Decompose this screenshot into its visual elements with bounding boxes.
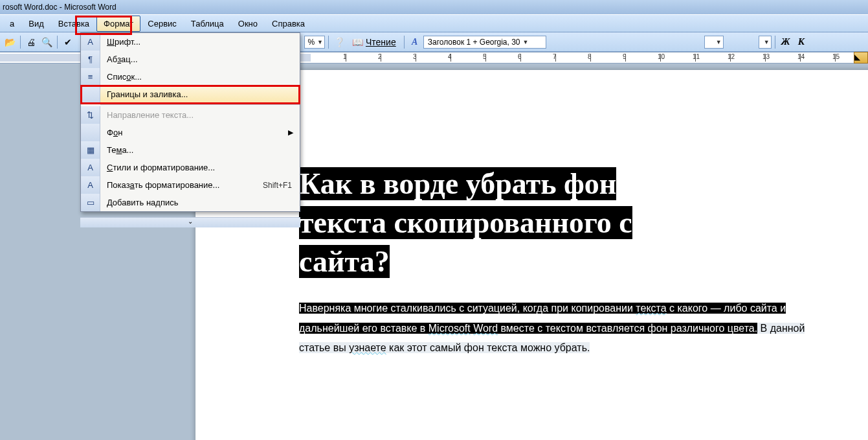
menu-item-9[interactable]: AПоказать форматирование...Shift+F1 <box>81 176 300 194</box>
menu-item-label: Границы и заливка... <box>100 89 299 99</box>
theme-icon: ▦ <box>81 141 100 159</box>
menu-item-3[interactable]: Границы и заливка... <box>81 86 300 103</box>
reading-button[interactable]: 📖 Чтение <box>348 35 401 49</box>
menu-item-label: Направление текста... <box>100 110 300 120</box>
menu-item-10[interactable]: ▭Добавить надпись <box>81 194 300 211</box>
menu-item-label: Список... <box>100 72 300 82</box>
font-icon: A <box>81 33 100 51</box>
zoom-combo[interactable]: %▼ <box>304 36 325 49</box>
format-menu-dropdown: AШрифт...¶Абзац...≡Список...Границы и за… <box>80 32 300 212</box>
window-title: rosoft Word.doc - Microsoft Word <box>3 3 117 12</box>
menu-table[interactable]: Таблица <box>184 16 231 32</box>
menu-item-label: Тема... <box>100 145 300 155</box>
menu-item-2[interactable]: ≡Список... <box>81 68 300 86</box>
menu-shortcut: Shift+F1 <box>263 181 300 190</box>
menu-item-label: Абзац... <box>100 54 300 64</box>
print-icon[interactable]: 🖨 <box>24 35 38 49</box>
document-paragraph[interactable]: Наверняка многие сталкивались с ситуацие… <box>299 299 849 358</box>
list-icon: ≡ <box>81 68 100 86</box>
menu-icon <box>81 124 100 141</box>
document-heading[interactable]: Как в ворде убрать фон текста скопирован… <box>299 165 849 281</box>
open-icon[interactable]: 📂 <box>3 35 17 49</box>
window-titlebar: rosoft Word.doc - Microsoft Word <box>0 0 868 14</box>
text-direction-icon: ⇅ <box>81 106 100 124</box>
textbox-icon: ▭ <box>81 194 100 211</box>
menu-view[interactable]: Вид <box>21 16 51 32</box>
submenu-arrow-icon: ▶ <box>288 128 300 137</box>
menu-file-partial[interactable]: а <box>3 16 21 32</box>
paragraph-icon: ¶ <box>81 51 100 68</box>
style-combo[interactable]: Заголовок 1 + Georgia, 30▼ <box>423 36 546 49</box>
menubar: а Вид Вставка Формат Сервис Таблица Окно… <box>0 14 868 32</box>
menu-item-label: Показать форматирование... <box>100 180 263 190</box>
book-icon: 📖 <box>352 37 363 47</box>
menu-expand-chevron-icon[interactable]: ⌄ <box>80 217 300 227</box>
print-preview-icon[interactable]: 🔍 <box>39 35 54 49</box>
menu-tools[interactable]: Сервис <box>140 16 184 32</box>
ruler-end-marker: ◣ <box>854 52 868 64</box>
separator <box>775 36 775 49</box>
font-size-combo[interactable]: ▼ <box>704 36 724 49</box>
menu-window[interactable]: Окно <box>231 16 265 32</box>
menu-item-label: Фон <box>100 128 288 137</box>
help-icon[interactable]: ❔ <box>332 35 346 49</box>
menu-item-label: Стили и форматирование... <box>100 163 300 172</box>
styles-icon: A <box>81 159 100 176</box>
bold-button[interactable]: Ж <box>779 35 793 49</box>
separator <box>404 36 405 49</box>
menu-item-label: Добавить надпись <box>100 198 300 207</box>
menu-item-8[interactable]: AСтили и форматирование... <box>81 159 300 176</box>
menu-item-6[interactable]: Фон▶ <box>81 124 300 141</box>
menu-insert[interactable]: Вставка <box>51 16 96 32</box>
menu-item-7[interactable]: ▦Тема... <box>81 141 300 159</box>
separator <box>328 36 329 49</box>
menu-separator <box>100 104 300 105</box>
menu-help[interactable]: Справка <box>265 16 312 32</box>
document-content[interactable]: Как в ворде убрать фон текста скопирован… <box>299 165 849 358</box>
menu-icon <box>81 86 100 103</box>
style-icon[interactable]: A <box>408 35 422 49</box>
menu-item-5: ⇅Направление текста... <box>81 106 300 124</box>
menu-format[interactable]: Формат <box>96 16 140 32</box>
spellcheck-icon[interactable]: ✔ <box>61 35 75 49</box>
separator <box>57 36 58 49</box>
reveal-format-icon: A <box>81 176 100 194</box>
menu-item-1[interactable]: ¶Абзац... <box>81 51 300 68</box>
separator <box>20 36 21 49</box>
menu-item-0[interactable]: AШрифт... <box>81 33 300 51</box>
italic-button[interactable]: К <box>794 35 808 49</box>
menu-item-label: Шрифт... <box>100 37 300 47</box>
font-combo[interactable]: ▼ <box>759 36 772 49</box>
